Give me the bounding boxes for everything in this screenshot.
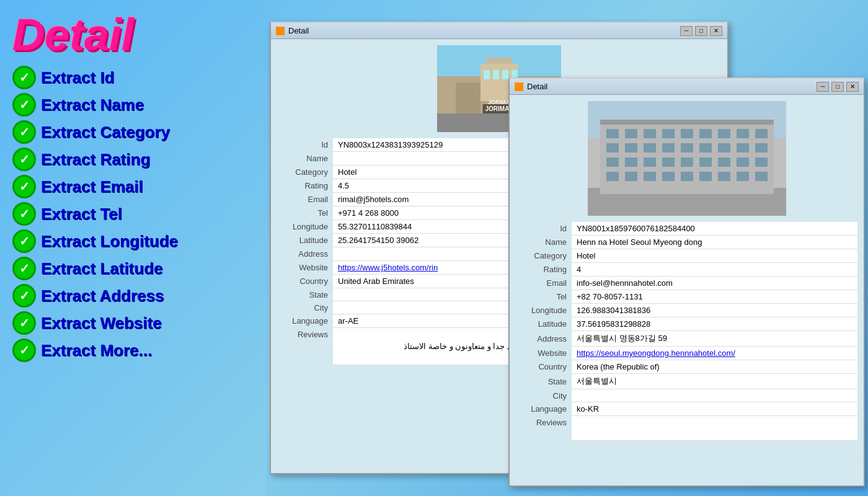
check-icon-longitude: ✓ xyxy=(12,229,36,253)
table-row: State 서울특별시 xyxy=(516,374,857,389)
svg-rect-6 xyxy=(493,70,499,79)
label-tel: Tel xyxy=(516,290,572,304)
table-row: City xyxy=(516,389,857,402)
window-2-titlebar: Detail ─ □ ✕ xyxy=(510,79,864,95)
value-city xyxy=(572,389,857,402)
svg-rect-19 xyxy=(625,129,637,138)
svg-rect-41 xyxy=(699,157,712,167)
window-2-title: Detail xyxy=(527,82,547,91)
feature-label-tel: Extract Tel xyxy=(41,205,122,224)
feature-extract-longitude: ✓ Extract Longitude xyxy=(12,229,254,253)
feature-extract-address: ✓ Extract Address xyxy=(12,284,254,308)
window-1-icon xyxy=(276,27,285,35)
svg-rect-34 xyxy=(737,143,749,153)
table-row: Latitude 37.56195831298828 xyxy=(516,317,857,331)
svg-rect-46 xyxy=(625,172,637,181)
label-address: Address xyxy=(516,331,572,347)
close-button-1[interactable]: ✕ xyxy=(710,26,722,36)
window-2-content: Id YN8001x1859760076182584400 Name Henn … xyxy=(510,95,864,447)
window-2: Detail ─ □ ✕ xyxy=(508,78,865,487)
table-row: Language ko-KR xyxy=(516,402,857,416)
maximize-button-2[interactable]: □ xyxy=(831,82,844,92)
table-row: Website https://seoul.myeongdong.hennnah… xyxy=(516,347,857,360)
value-latitude: 37.56195831298828 xyxy=(572,317,857,331)
minimize-button-2[interactable]: ─ xyxy=(817,82,829,92)
label-reviews: Reviews xyxy=(516,416,572,441)
label-reviews: Reviews xyxy=(277,328,333,365)
svg-rect-21 xyxy=(662,129,675,138)
svg-rect-49 xyxy=(681,172,693,181)
value-language: ko-KR xyxy=(572,402,857,416)
svg-rect-22 xyxy=(681,129,693,138)
svg-rect-36 xyxy=(606,157,619,167)
value-rating: 4 xyxy=(572,263,857,277)
value-category: Hotel xyxy=(572,249,857,263)
svg-rect-53 xyxy=(755,172,768,181)
svg-rect-7 xyxy=(502,70,508,79)
table-row: Country Korea (the Republic of) xyxy=(516,360,857,374)
table-row: Category Hotel xyxy=(516,249,857,263)
feature-extract-latitude: ✓ Extract Latitude xyxy=(12,257,254,280)
label-language: Language xyxy=(277,314,333,328)
check-icon-address: ✓ xyxy=(12,284,36,308)
window-2-title-area: Detail xyxy=(515,82,547,91)
svg-rect-50 xyxy=(699,172,712,181)
table-row: Address 서울특별시 명동8가길 59 xyxy=(516,331,857,347)
feature-label-longitude: Extract Longitude xyxy=(41,232,178,251)
svg-rect-40 xyxy=(681,157,693,167)
svg-rect-47 xyxy=(644,172,656,181)
maximize-button-1[interactable]: □ xyxy=(695,26,707,36)
window-1-controls[interactable]: ─ □ ✕ xyxy=(680,26,722,36)
svg-rect-52 xyxy=(737,172,749,181)
svg-rect-51 xyxy=(718,172,730,181)
svg-rect-39 xyxy=(662,157,675,167)
feature-extract-tel: ✓ Extract Tel xyxy=(12,202,254,226)
label-website: Website xyxy=(516,347,572,360)
label-rating: Rating xyxy=(277,179,333,193)
table-row: Longitude 126.9883041381836 xyxy=(516,304,857,317)
value-id: YN8001x1859760076182584400 xyxy=(572,222,857,236)
value-address: 서울특별시 명동8가길 59 xyxy=(572,331,857,347)
svg-rect-45 xyxy=(606,172,619,181)
value-website[interactable]: https://seoul.myeongdong.hennnahotel.com… xyxy=(572,347,857,360)
label-website: Website xyxy=(277,261,333,275)
check-icon-email: ✓ xyxy=(12,175,36,198)
svg-rect-24 xyxy=(718,129,730,138)
svg-rect-38 xyxy=(644,157,656,167)
label-country: Country xyxy=(516,360,572,374)
check-icon-website: ✓ xyxy=(12,311,36,335)
window-1-title-area: Detail xyxy=(276,26,309,35)
feature-extract-id: ✓ Extract Id xyxy=(12,66,254,89)
label-name: Name xyxy=(516,236,572,249)
svg-rect-5 xyxy=(484,70,490,79)
label-city: City xyxy=(516,389,572,402)
value-country: Korea (the Republic of) xyxy=(572,360,857,374)
svg-rect-27 xyxy=(606,143,619,153)
value-email: info-sel@hennnahotel.com xyxy=(572,277,857,290)
label-longitude: Longitude xyxy=(277,220,333,234)
window-2-controls[interactable]: ─ □ ✕ xyxy=(817,82,859,92)
label-category: Category xyxy=(277,166,333,179)
feature-label-latitude: Extract Latitude xyxy=(41,259,163,278)
svg-rect-25 xyxy=(737,129,749,138)
svg-rect-33 xyxy=(718,143,730,153)
minimize-button-1[interactable]: ─ xyxy=(680,26,693,36)
check-icon-name: ✓ xyxy=(12,93,36,117)
value-longitude: 126.9883041381836 xyxy=(572,304,857,317)
window-2-icon xyxy=(515,82,523,91)
hotel-image-seoul xyxy=(588,101,786,216)
window-1-titlebar: Detail ─ □ ✕ xyxy=(271,23,727,39)
label-country: Country xyxy=(277,275,333,288)
label-tel: Tel xyxy=(277,206,333,220)
label-language: Language xyxy=(516,402,572,416)
label-email: Email xyxy=(516,277,572,290)
svg-rect-28 xyxy=(625,143,637,153)
close-button-2[interactable]: ✕ xyxy=(846,82,859,92)
svg-rect-10 xyxy=(456,82,480,113)
label-address: Address xyxy=(277,247,333,261)
label-name: Name xyxy=(277,152,333,166)
window-2-table: Id YN8001x1859760076182584400 Name Henn … xyxy=(516,222,857,441)
label-city: City xyxy=(277,301,333,314)
left-panel: Detail ✓ Extract Id ✓ Extract Name ✓ Ext… xyxy=(0,0,267,496)
svg-rect-48 xyxy=(662,172,675,181)
